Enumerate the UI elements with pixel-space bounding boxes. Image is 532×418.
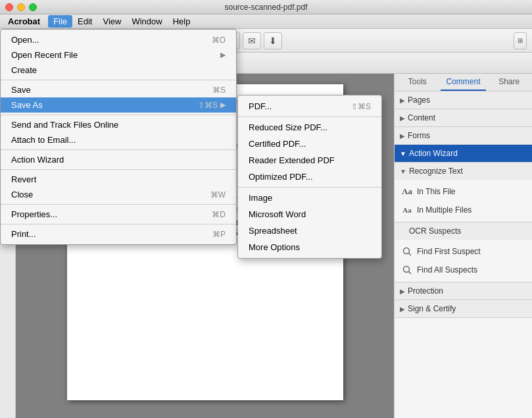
submenu-reader-extended[interactable]: Reader Extended PDF (238, 152, 381, 169)
find-all-suspects-icon (401, 264, 413, 276)
find-all-suspects-label: Find All Suspects (417, 265, 477, 274)
menu-send-track[interactable]: Send and Track Files Online (1, 117, 236, 132)
expand-button[interactable]: ⊞ (514, 32, 527, 49)
submenu-sep-1 (238, 117, 381, 117)
find-first-suspect-icon (401, 246, 413, 257)
certified-label: Certified PDF... (249, 139, 306, 149)
recognize-text-label: Recognize Text (409, 167, 463, 176)
menu-view[interactable]: View (97, 15, 126, 28)
in-this-file-icon: Aa (401, 186, 413, 197)
reduced-label: Reduced Size PDF... (249, 122, 327, 132)
forms-arrow-icon: ▶ (400, 132, 405, 140)
close-button[interactable] (5, 3, 13, 11)
close-label: Close (11, 190, 33, 199)
section-sign-certify-header[interactable]: ▶ Sign & Certify (395, 300, 532, 317)
menu-file[interactable]: File (48, 15, 72, 28)
traffic-lights (5, 3, 37, 11)
section-ocr-suspects-header[interactable]: ▼ OCR Suspects (395, 222, 532, 240)
submenu-pdf[interactable]: PDF... ⇧⌘S (238, 98, 381, 115)
menu-open-recent[interactable]: Open Recent File ▶ (1, 47, 236, 63)
menu-acrobat[interactable]: Acrobat (3, 15, 45, 28)
print-shortcut: ⌘P (212, 230, 226, 239)
window-title: source-scanned-pdf.pdf (224, 3, 307, 12)
save-label: Save (11, 85, 31, 95)
menu-edit[interactable]: Edit (72, 15, 97, 28)
toolbar-right: ⊞ (514, 32, 527, 49)
in-multiple-files-item[interactable]: Aa In Multiple Files (395, 201, 532, 219)
section-action-wizard-header[interactable]: ▼ Action Wizard (395, 145, 532, 162)
properties-shortcut: ⌘D (212, 210, 226, 219)
section-protection-header[interactable]: ▶ Protection (395, 282, 532, 300)
section-pages-header[interactable]: ▶ Pages (395, 91, 532, 109)
maximize-button[interactable] (29, 3, 37, 11)
fm-sep-1 (1, 80, 236, 80)
menu-save-as[interactable]: Save As ⇧⌘S ▶ PDF... ⇧⌘S Reduced Size PD… (1, 97, 236, 113)
content-label: Content (408, 113, 435, 122)
action-wizard-label: Action Wizard (409, 149, 458, 158)
save-as-submenu: PDF... ⇧⌘S Reduced Size PDF... Certified… (237, 95, 382, 259)
close-shortcut: ⌘W (210, 190, 226, 199)
print-label: Print... (11, 229, 36, 239)
word-label: Microsoft Word (249, 209, 306, 219)
recognize-text-arrow-icon: ▼ (400, 168, 406, 175)
find-first-suspect-item[interactable]: Find First Suspect (395, 242, 532, 261)
menu-window[interactable]: Window (126, 15, 167, 28)
menu-save[interactable]: Save ⌘S (1, 82, 236, 97)
save-as-label: Save As (11, 100, 43, 110)
create-menu-label: Create (11, 65, 37, 75)
minimize-button[interactable] (17, 3, 25, 11)
properties-label: Properties... (11, 209, 57, 219)
svg-point-0 (404, 248, 410, 254)
toolbar-btn-4[interactable]: ✉ (243, 32, 261, 49)
pdf-shortcut: ⇧⌘S (351, 102, 371, 111)
menu-properties[interactable]: Properties... ⌘D (1, 207, 236, 222)
menu-revert[interactable]: Revert (1, 172, 236, 187)
submenu-certified[interactable]: Certified PDF... (238, 136, 381, 152)
more-options-label: More Options (249, 242, 300, 252)
find-all-suspects-item[interactable]: Find All Suspects (395, 261, 532, 279)
ocr-suspects-label: OCR Suspects (409, 226, 461, 236)
toolbar-btn-5[interactable]: ⬇ (264, 32, 282, 49)
pdf-label: PDF... (249, 101, 272, 111)
in-multiple-files-icon: Aa (401, 204, 413, 216)
submenu-spreadsheet[interactable]: Spreadsheet (238, 222, 381, 239)
submenu-reduced[interactable]: Reduced Size PDF... (238, 119, 381, 136)
submenu-optimized[interactable]: Optimized PDF... (238, 169, 381, 185)
protection-arrow-icon: ▶ (400, 288, 405, 295)
menu-create[interactable]: Create (1, 63, 236, 78)
save-as-arrow-icon: ▶ (220, 101, 226, 109)
svg-line-1 (409, 253, 412, 256)
section-content-header[interactable]: ▶ Content (395, 109, 532, 126)
menu-open[interactable]: Open... ⌘O (1, 32, 236, 47)
tab-comment[interactable]: Comment (441, 74, 487, 91)
menu-close[interactable]: Close ⌘W (1, 187, 236, 202)
sign-certify-arrow-icon: ▶ (400, 305, 405, 313)
pages-label: Pages (408, 95, 430, 105)
in-this-file-label: In This File (417, 187, 455, 196)
menu-action-wizard[interactable]: Action Wizard (1, 152, 236, 167)
open-recent-label: Open Recent File (11, 50, 78, 60)
send-track-label: Send and Track Files Online (11, 120, 118, 130)
image-label: Image (249, 193, 272, 203)
menu-print[interactable]: Print... ⌘P (1, 226, 236, 242)
in-this-file-item[interactable]: Aa In This File (395, 182, 532, 201)
right-panel: Tools Comment Share ▶ Pages ▶ Content (394, 74, 532, 418)
tab-tools[interactable]: Tools (395, 74, 441, 91)
reader-extended-label: Reader Extended PDF (249, 155, 335, 165)
svg-line-3 (409, 272, 412, 274)
section-action-wizard: ▼ Action Wizard (395, 145, 532, 163)
submenu-image[interactable]: Image (238, 190, 381, 206)
menu-attach-email[interactable]: Attach to Email... (1, 132, 236, 147)
recognize-text-content: Aa In This File Aa In Multiple Files (395, 180, 532, 222)
section-pages: ▶ Pages (395, 91, 532, 109)
find-first-suspect-label: Find First Suspect (417, 247, 481, 256)
submenu-sep-2 (238, 187, 381, 188)
submenu-more[interactable]: More Options (238, 239, 381, 255)
menu-help[interactable]: Help (168, 15, 196, 28)
section-forms-header[interactable]: ▶ Forms (395, 127, 532, 144)
section-recognize-text: ▼ Recognize Text Aa In This File Aa In M… (395, 163, 532, 222)
section-recognize-text-header[interactable]: ▼ Recognize Text (395, 163, 532, 180)
ocr-suspects-content: Find First Suspect Find All Suspects (395, 240, 532, 282)
submenu-word[interactable]: Microsoft Word (238, 206, 381, 222)
tab-share[interactable]: Share (486, 74, 532, 91)
